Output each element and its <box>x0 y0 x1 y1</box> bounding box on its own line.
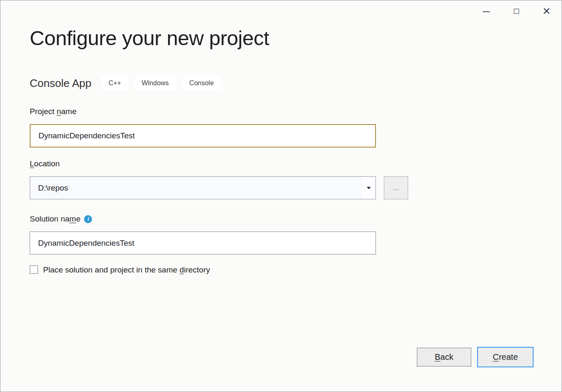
same-directory-label[interactable]: Place solution and project in the same d… <box>43 265 210 275</box>
close-icon: ✕ <box>542 6 551 16</box>
same-directory-row: Place solution and project in the same d… <box>30 265 210 275</box>
minimize-icon: — <box>483 8 490 15</box>
browse-label: ... <box>393 185 399 191</box>
template-name: Console App <box>30 77 91 90</box>
tag-console: Console <box>182 76 221 91</box>
solution-name-input[interactable] <box>30 232 376 255</box>
minimize-button[interactable]: — <box>471 2 501 21</box>
close-button[interactable]: ✕ <box>531 2 562 21</box>
chevron-down-icon <box>367 187 371 189</box>
location-dropdown-button[interactable] <box>362 177 376 199</box>
configure-project-dialog: — ☐ ✕ Configure your new project Console… <box>0 0 562 392</box>
back-button[interactable]: Back <box>417 348 471 367</box>
tag-cpp: C++ <box>101 76 128 91</box>
maximize-icon: ☐ <box>513 8 519 15</box>
info-icon[interactable]: i <box>84 215 92 223</box>
project-name-label: Project name <box>30 107 77 116</box>
create-button[interactable]: Create <box>477 347 534 367</box>
location-value: D:\repos <box>30 183 362 193</box>
tag-windows: Windows <box>135 76 176 91</box>
window-controls: — ☐ ✕ <box>465 0 562 22</box>
location-combobox[interactable]: D:\repos <box>30 176 376 199</box>
browse-location-button[interactable]: ... <box>384 176 408 199</box>
same-directory-checkbox[interactable] <box>30 265 38 274</box>
page-title: Configure your new project <box>30 26 269 50</box>
location-label: Location <box>30 159 60 168</box>
project-name-input[interactable] <box>30 124 376 148</box>
maximize-button[interactable]: ☐ <box>501 2 531 21</box>
template-row: Console App C++ Windows Console <box>30 76 227 91</box>
solution-name-label: Solution name i <box>30 214 92 224</box>
